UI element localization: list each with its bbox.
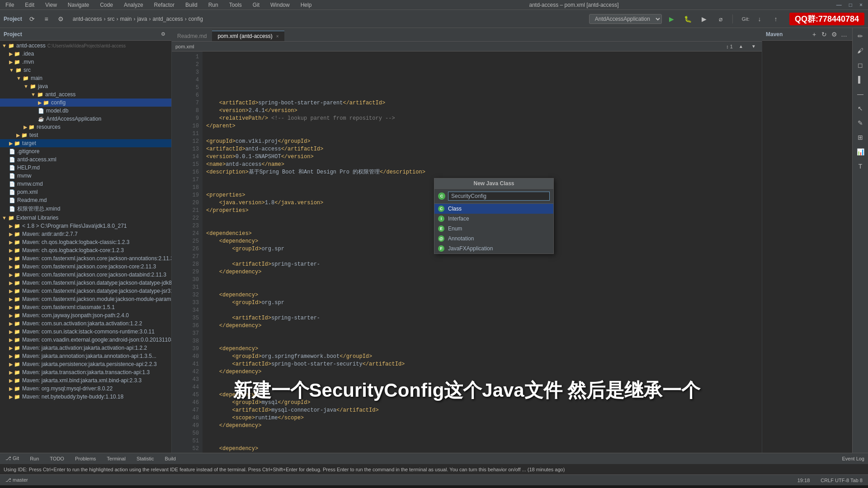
profile-btn[interactable]: ⌀ <box>714 13 727 25</box>
tree-item-help[interactable]: 📄 HELP.md <box>0 164 171 172</box>
tree-item-jackson-dt-jdk8[interactable]: ▶ 📁 Maven: com.fasterxml.jackson.datatyp… <box>0 279 171 287</box>
git-update-btn[interactable]: ↓ <box>753 13 766 25</box>
menu-navigate[interactable]: Navigate <box>66 1 91 9</box>
tree-item-target[interactable]: ▶ 📁 target <box>0 139 171 147</box>
tree-item-model[interactable]: 📄 model.db <box>0 107 171 115</box>
breadcrumb-antd[interactable]: antd_access <box>152 16 183 22</box>
scroll-down-btn[interactable]: ▼ <box>749 42 758 51</box>
sync-btn[interactable]: ⟳ <box>26 13 38 25</box>
breadcrumb-java[interactable]: java <box>137 16 147 22</box>
tree-item-ext-libs[interactable]: ▼ 📁 External Libraries <box>0 214 171 222</box>
popup-item-javafx[interactable]: F JavaFXApplication <box>434 244 553 253</box>
tree-item-jakarta-ann[interactable]: ▶ 📁 Maven: jakarta.annotation:jakarta.an… <box>0 352 171 360</box>
tree-item-istack[interactable]: ▶ 📁 Maven: com.sun.istack:istack-commons… <box>0 328 171 336</box>
tree-item-antd_access[interactable]: ▼ 📁 antd_access <box>0 90 171 99</box>
tree-item-jackson-dt-jsr[interactable]: ▶ 📁 Maven: com.fasterxml.jackson.datatyp… <box>0 287 171 295</box>
tree-item-readme[interactable]: 📄 Readme.md <box>0 196 171 204</box>
run-btn[interactable]: ▶ <box>665 13 678 25</box>
maven-reload-btn[interactable]: ↻ <box>820 30 829 39</box>
eraser-btn[interactable]: ◻ <box>854 59 867 71</box>
tree-item-idea[interactable]: ▶ 📁 .idea <box>0 50 171 58</box>
breadcrumb-config[interactable]: config <box>189 16 203 22</box>
tree-item-mvn[interactable]: ▶ 📁 .mvn <box>0 58 171 66</box>
popup-item-class[interactable]: C Class <box>434 204 553 214</box>
breadcrumb-src[interactable]: src <box>107 16 114 22</box>
menu-code[interactable]: Code <box>98 1 115 9</box>
tab-terminal[interactable]: Terminal <box>101 455 131 462</box>
pencil-btn[interactable]: ✎ <box>854 117 867 129</box>
table-btn[interactable]: ⊞ <box>854 131 867 144</box>
menu-run[interactable]: Run <box>207 1 220 9</box>
text-btn[interactable]: T <box>854 160 867 173</box>
menu-window[interactable]: Window <box>269 1 292 9</box>
encoding[interactable]: CRLF UTF-8 Tab 8 <box>819 478 864 483</box>
chart-btn[interactable]: 📊 <box>854 145 867 158</box>
tree-item-pom[interactable]: 📄 pom.xml <box>0 188 171 196</box>
highlight-btn[interactable]: ▌ <box>854 73 867 86</box>
event-log-link[interactable]: Event Log <box>842 456 864 461</box>
breadcrumb-main[interactable]: main <box>120 16 132 22</box>
tree-item-jackson-databind[interactable]: ▶ 📁 Maven: com.fasterxml.jackson.core:ja… <box>0 271 171 279</box>
tree-item-src[interactable]: ▼ 📁 src <box>0 66 171 74</box>
menu-build[interactable]: Build <box>184 1 199 9</box>
debug-btn[interactable]: 🐛 <box>682 13 694 25</box>
maximize-btn[interactable]: □ <box>847 2 854 8</box>
tree-item-activation[interactable]: ▶ 📁 Maven: com.sun.activation:jakarta.ac… <box>0 319 171 328</box>
tree-item-mvnw-cmd[interactable]: 📄 mvnw.cmd <box>0 180 171 188</box>
tree-item-antlr[interactable]: ▶ 📁 Maven: antlr:antlr:2.7.7 <box>0 230 171 238</box>
tree-item-resources[interactable]: ▶ 📁 resources <box>0 123 171 131</box>
tab-statistic[interactable]: Statistic <box>131 455 160 462</box>
line-btn[interactable]: — <box>854 88 867 100</box>
tree-item-vaadin[interactable]: ▶ 📁 Maven: com.vaadin.external.google:an… <box>0 336 171 344</box>
tree-item-config[interactable]: ▶ 📁 config <box>0 99 171 107</box>
tab-run[interactable]: Run <box>24 455 44 462</box>
cursor-position[interactable]: 19:18 <box>796 478 812 483</box>
git-branch[interactable]: ⎇ master <box>4 477 30 483</box>
breadcrumb-root[interactable]: antd-access <box>73 16 102 22</box>
tree-item-jackson-ann[interactable]: ▶ 📁 Maven: com.fasterxml.jackson.core:ja… <box>0 254 171 263</box>
tree-item-mysql[interactable]: ▶ 📁 Maven: org.mysql:mysql-driver:8.0.22 <box>0 385 171 393</box>
scroll-up-btn[interactable]: ▲ <box>736 42 745 51</box>
popup-item-interface[interactable]: I Interface <box>434 214 553 224</box>
tab-pom-close[interactable]: × <box>276 34 279 39</box>
tree-item-jakarta-act[interactable]: ▶ 📁 Maven: jakarta.activation:jakarta.ac… <box>0 344 171 352</box>
tab-todo[interactable]: TODO <box>44 455 70 462</box>
tree-item-jackson-core[interactable]: ▶ 📁 Maven: com.fasterxml.jackson.core:ja… <box>0 263 171 271</box>
tree-item-logback-core[interactable]: ▶ 📁 Maven: ch.qos.logback:logback-core:1… <box>0 246 171 254</box>
menu-view[interactable]: View <box>43 1 59 9</box>
tab-readme[interactable]: Readme.md <box>172 31 212 41</box>
popup-item-enum[interactable]: E Enum <box>434 224 553 234</box>
tree-item-xmind[interactable]: 📄 权限管理总.xmind <box>0 204 171 214</box>
tab-problems[interactable]: Problems <box>70 455 101 462</box>
menu-help[interactable]: Help <box>299 1 314 9</box>
maven-settings-btn[interactable]: ⚙ <box>830 30 839 39</box>
menu-analyze[interactable]: Analyze <box>122 1 145 9</box>
maven-more-btn[interactable]: … <box>840 30 849 39</box>
collapse-btn[interactable]: ≡ <box>40 13 53 25</box>
tree-item-logback-classic[interactable]: ▶ 📁 Maven: ch.qos.logback:logback-classi… <box>0 238 171 246</box>
tree-item-jdk[interactable]: ▶ 📁 < 1.8 > C:\Program Files\Java\jdk1.8… <box>0 222 171 230</box>
menu-file[interactable]: File <box>4 1 16 9</box>
new-class-input[interactable] <box>448 192 550 201</box>
tree-settings-btn[interactable]: ⚙ <box>159 30 168 39</box>
minimize-btn[interactable]: — <box>835 2 844 8</box>
tree-item-antd-access[interactable]: ▼ 📁 antd-access C:\Users\wiki\IdeaProjec… <box>0 42 171 50</box>
tree-item-antd-xml[interactable]: 📄 antd-access.xml <box>0 155 171 164</box>
tree-item-jakarta-tx[interactable]: ▶ 📁 Maven: jakarta.transaction:jakarta.t… <box>0 368 171 376</box>
tree-item-main[interactable]: ▼ 📁 main <box>0 74 171 82</box>
tree-item-mvnw[interactable]: 📄 mvnw <box>0 172 171 180</box>
popup-item-annotation[interactable]: @ Annotation <box>434 234 553 244</box>
settings-btn[interactable]: ⚙ <box>55 13 67 25</box>
tree-item-jakarta-xml[interactable]: ▶ 📁 Maven: jakarta.xml.bind:jakarta.xml.… <box>0 376 171 385</box>
edit-btn[interactable]: ✏ <box>854 30 867 42</box>
git-push-btn[interactable]: ↑ <box>769 13 782 25</box>
menu-git[interactable]: Git <box>251 1 261 9</box>
tree-item-bytebuddy[interactable]: ▶ 📁 Maven: net.bytebuddy:byte-buddy:1.10… <box>0 393 171 401</box>
tab-pom[interactable]: pom.xml (antd-access) × <box>212 31 284 41</box>
tree-item-test[interactable]: ▶ 📁 test <box>0 131 171 139</box>
menu-refactor[interactable]: Refactor <box>152 1 176 9</box>
tab-build[interactable]: Build <box>159 455 181 462</box>
tree-item-java[interactable]: ▼ 📁 java <box>0 82 171 90</box>
paint-btn[interactable]: 🖌 <box>854 44 867 57</box>
tree-item-app[interactable]: ☕ AntdAccessApplication <box>0 115 171 123</box>
